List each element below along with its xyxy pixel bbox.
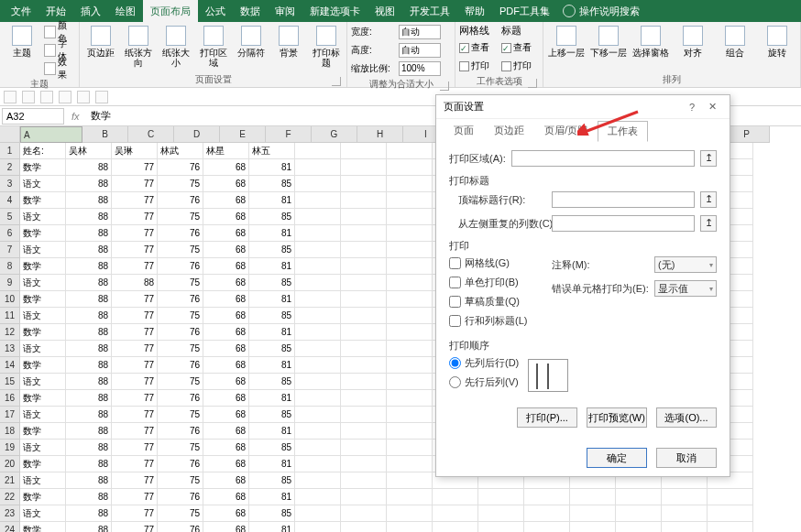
cell[interactable]: 68 [203, 225, 249, 242]
cell[interactable]: 林星 [203, 143, 249, 159]
col-header[interactable]: D [174, 126, 220, 143]
cell[interactable] [295, 159, 341, 176]
gridlines-view-check[interactable]: 查看 [459, 39, 498, 56]
cell[interactable]: 林武 [158, 143, 203, 159]
themes-button[interactable]: 主题 [4, 24, 40, 58]
help-icon[interactable]: ? [682, 102, 702, 113]
row-header[interactable]: 2 [0, 159, 20, 176]
row-header[interactable]: 3 [0, 176, 20, 192]
row-header[interactable]: 11 [0, 308, 20, 324]
cell[interactable] [295, 275, 341, 291]
cell[interactable]: 语文 [20, 209, 66, 225]
cell[interactable]: 85 [249, 242, 295, 258]
cell[interactable]: 88 [66, 291, 112, 308]
cell[interactable]: 数学 [20, 456, 66, 472]
cell[interactable]: 81 [249, 423, 295, 440]
cell[interactable]: 88 [66, 505, 112, 522]
ref-button[interactable]: ↥ [700, 215, 717, 232]
cell[interactable] [387, 192, 433, 209]
print-titles-button[interactable]: 打印标题 [309, 24, 343, 68]
col-header[interactable]: H [357, 126, 403, 143]
cell[interactable]: 75 [158, 308, 203, 324]
cell[interactable]: 77 [112, 472, 158, 489]
cell[interactable]: 88 [66, 472, 112, 489]
cell[interactable] [295, 505, 341, 522]
print-button[interactable]: 打印(P)... [517, 407, 577, 428]
row-header[interactable]: 8 [0, 258, 20, 275]
cell[interactable]: 68 [203, 176, 249, 192]
cell[interactable]: 88 [66, 275, 112, 291]
over-down-radio[interactable]: 先行后列(V) [449, 375, 519, 389]
cell[interactable] [295, 291, 341, 308]
cell[interactable]: 75 [158, 472, 203, 489]
cell[interactable]: 88 [66, 374, 112, 390]
gridlines-check[interactable]: 网格线(G) [449, 256, 541, 270]
cell[interactable] [295, 456, 341, 472]
cell[interactable]: 68 [203, 192, 249, 209]
cell[interactable] [295, 176, 341, 192]
row-header[interactable]: 17 [0, 407, 20, 423]
row-header[interactable]: 12 [0, 324, 20, 341]
scale-height[interactable]: 自动 [399, 43, 441, 58]
row-header[interactable]: 9 [0, 275, 20, 291]
preview-button[interactable]: 打印预览(W) [587, 407, 647, 428]
name-box[interactable] [2, 108, 64, 125]
cell[interactable] [295, 324, 341, 341]
cancel-button[interactable]: 取消 [656, 448, 717, 468]
qat-icon[interactable] [95, 91, 108, 103]
cell[interactable] [433, 505, 478, 522]
cell[interactable] [341, 242, 387, 258]
cell[interactable] [433, 522, 478, 532]
cell[interactable]: 85 [249, 275, 295, 291]
cell[interactable]: 85 [249, 440, 295, 456]
menu-开发工具[interactable]: 开发工具 [402, 0, 457, 22]
cell[interactable]: 68 [203, 291, 249, 308]
bring-forward-button[interactable]: 上移一层 [547, 24, 586, 58]
top-rows-input[interactable] [552, 191, 695, 208]
cell[interactable] [295, 308, 341, 324]
cell[interactable] [341, 390, 387, 407]
cell[interactable]: 88 [112, 275, 158, 291]
cell[interactable] [341, 209, 387, 225]
cell[interactable] [341, 407, 387, 423]
row-header[interactable]: 22 [0, 489, 20, 505]
cell[interactable] [295, 423, 341, 440]
cell[interactable]: 88 [66, 390, 112, 407]
cell[interactable]: 76 [158, 357, 203, 374]
group-button[interactable]: 组合 [716, 24, 754, 58]
cell[interactable] [295, 209, 341, 225]
cell[interactable]: 数学 [20, 225, 66, 242]
cell[interactable] [524, 522, 570, 532]
cell[interactable] [341, 472, 387, 489]
print-area-input[interactable] [511, 150, 695, 167]
cell[interactable]: 语文 [20, 275, 66, 291]
cell[interactable] [295, 374, 341, 390]
cell[interactable]: 75 [158, 209, 203, 225]
cell[interactable] [295, 225, 341, 242]
qat-icon[interactable] [40, 91, 53, 103]
row-header[interactable]: 4 [0, 192, 20, 209]
page-setup-launcher-icon[interactable] [332, 77, 341, 86]
row-header[interactable]: 7 [0, 242, 20, 258]
cell[interactable]: 68 [203, 390, 249, 407]
row-header[interactable]: 6 [0, 225, 20, 242]
cell[interactable] [341, 159, 387, 176]
cell[interactable]: 数学 [20, 390, 66, 407]
menu-公式[interactable]: 公式 [198, 0, 233, 22]
cell[interactable] [341, 374, 387, 390]
ref-button[interactable]: ↥ [700, 150, 717, 167]
scale-width[interactable]: 自动 [399, 25, 441, 39]
cell[interactable]: 76 [158, 522, 203, 532]
cell[interactable]: 68 [203, 275, 249, 291]
cell[interactable]: 数学 [20, 258, 66, 275]
cell[interactable]: 68 [203, 258, 249, 275]
cell[interactable]: 88 [66, 407, 112, 423]
cell[interactable] [295, 192, 341, 209]
row-header[interactable]: 15 [0, 374, 20, 390]
cell[interactable] [524, 489, 570, 505]
cell[interactable]: 77 [112, 291, 158, 308]
cell[interactable]: 语文 [20, 176, 66, 192]
cell[interactable] [662, 489, 708, 505]
cell[interactable]: 77 [112, 176, 158, 192]
theme-effects[interactable]: 效果 [44, 60, 75, 77]
